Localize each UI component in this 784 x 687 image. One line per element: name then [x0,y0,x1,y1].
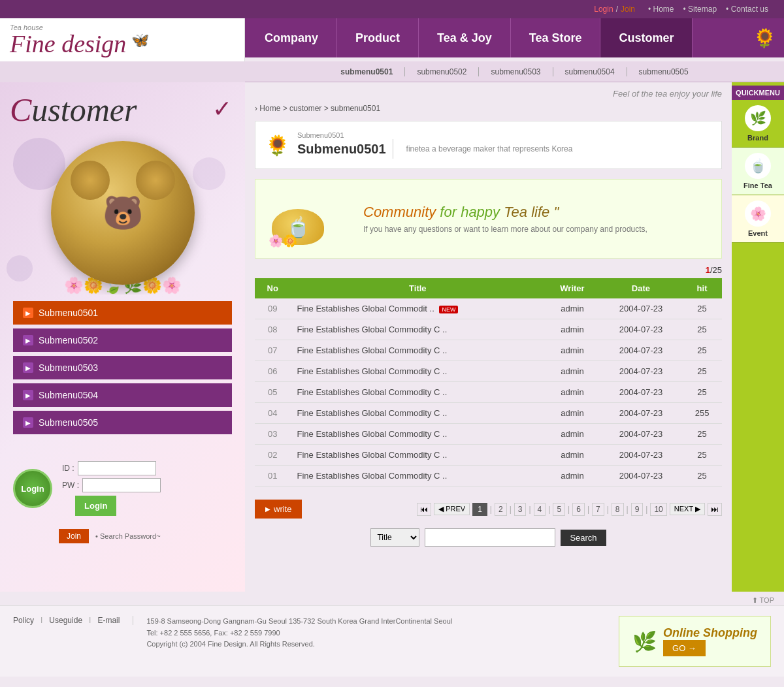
table-row[interactable]: 08 Fine Establishes Global Commodity C .… [255,319,722,340]
subnav-item-3[interactable]: submenu0503 [479,67,553,76]
page-1[interactable]: 1 [472,503,487,516]
page-10[interactable]: 10 [650,503,666,516]
join-button[interactable]: Join [59,529,89,543]
table-row[interactable]: 07 Fine Establishes Global Commodity C .… [255,340,722,361]
subnav-item-2[interactable]: submenu0502 [405,67,479,76]
search-input[interactable] [425,528,555,547]
cell-no: 01 [255,466,291,487]
quick-item-event[interactable]: 🌸 Event [732,195,784,243]
nav-teajoy[interactable]: Tea & Joy [419,18,511,57]
cell-hit: 25 [682,298,722,319]
write-button[interactable]: write [255,500,302,519]
sitemap-link[interactable]: • Sitemap [683,5,717,14]
table-row[interactable]: 06 Fine Establishes Global Commodity C .… [255,361,722,382]
cell-title: Fine Establishes Global Commodity C .. [291,424,546,445]
data-table: No Title Writer Date hit 09 Fine Establi… [255,278,722,487]
cell-hit: 25 [682,340,722,361]
breadcrumb: › Home > customer > submenu0501 [255,104,722,113]
page-8[interactable]: 8 [612,503,624,516]
footer-sep-1: I [41,616,42,625]
col-title: Title [291,278,546,298]
sidebar-menu-item-4[interactable]: ▶ Submenu0504 [13,383,232,407]
contact-link[interactable]: • Contact us [726,5,768,14]
footer-useguide-link[interactable]: Useguide [49,616,82,625]
quick-item-finetea[interactable]: 🍵 Fine Tea [732,148,784,195]
page-7[interactable]: 7 [592,503,604,516]
page-sep-9: | [645,505,647,514]
page-2[interactable]: 2 [495,503,507,516]
mortar-icon: 🌿 [632,630,657,653]
page-sep-4: | [548,505,550,514]
sidebar-menu-item-2[interactable]: ▶ Submenu0502 [13,328,232,352]
page-4[interactable]: 4 [534,503,546,516]
sidebar-menu-item-1[interactable]: ▶ Submenu0501 [13,301,232,325]
cell-writer: admin [545,424,600,445]
login-link[interactable]: Login [594,5,613,14]
footer-policy-link[interactable]: Policy [13,616,34,625]
home-link[interactable]: • Home [648,5,674,14]
cell-writer: admin [545,382,600,403]
page-5[interactable]: 5 [553,503,565,516]
cell-no: 08 [255,319,291,340]
customer-heading: Customer [10,92,235,128]
footer-tel: Tel: +82 2 555 5656, Fax: +82 2 559 7990 [146,628,606,639]
nav-product[interactable]: Product [337,18,419,57]
table-row[interactable]: 02 Fine Establishes Global Commodity C .… [255,445,722,466]
footer-sep-2: I [89,616,91,625]
tagline: Feel of the tea enjoy your life [255,89,722,99]
brand-icon: 🌿 [745,105,771,131]
nav-customer[interactable]: Customer [600,18,693,57]
sidebar-menu-item-3[interactable]: ▶ Submenu0503 [13,356,232,379]
page-9[interactable]: 9 [631,503,644,516]
cell-writer: admin [545,361,600,382]
logo-main: Fine design [10,31,126,56]
col-writer: Writer [545,278,600,298]
subnav-item-1[interactable]: submenu0501 [329,67,405,76]
table-row[interactable]: 05 Fine Establishes Global Commodity C .… [255,382,722,403]
cell-no: 02 [255,445,291,466]
cell-date: 2004-07-23 [600,403,682,424]
page-6[interactable]: 6 [572,503,585,516]
footer-copyright: Copyright (c) 2004 Fine Design. All Righ… [146,639,606,650]
page-prev[interactable]: ◀ PREV [434,503,470,515]
quick-menu: QUICKMENU 🌿 Brand 🍵 Fine Tea 🌸 Event [732,82,784,592]
subnav-item-4[interactable]: submenu0504 [553,67,627,76]
finetea-label: Fine Tea [743,182,772,189]
cell-date: 2004-07-23 [600,382,682,403]
footer-email-link[interactable]: E-mail [97,616,120,625]
search-password-link[interactable]: • Search Password~ [95,532,161,540]
quick-item-brand[interactable]: 🌿 Brand [732,100,784,148]
page-total: /25 [710,265,722,275]
nav-company[interactable]: Company [245,18,337,57]
cell-writer: admin [545,340,600,361]
cell-date: 2004-07-23 [600,298,682,319]
search-button[interactable]: Search [561,530,606,546]
pw-input[interactable] [82,478,161,492]
go-button[interactable]: GO → [663,640,706,656]
page-3[interactable]: 3 [514,503,527,516]
page-sep-5: | [568,505,570,514]
search-select[interactable]: Title Content Writer [370,528,419,547]
menu-bullet-5: ▶ [23,417,33,428]
page-first[interactable]: ⏮ [417,503,431,516]
page-last[interactable]: ⏭ [708,503,722,516]
event-icon: 🌸 [745,200,771,227]
page-next[interactable]: NEXT ▶ [670,503,705,515]
subnav-item-5[interactable]: submenu0505 [627,67,700,76]
table-row[interactable]: 09 Fine Establishes Global Commodit .. N… [255,298,722,319]
page-sep-2: | [510,505,512,514]
table-row[interactable]: 04 Fine Establishes Global Commodity C .… [255,403,722,424]
join-link[interactable]: Join [621,5,635,14]
checkmark-icon: ✓ [212,95,232,123]
sidebar-menu-item-5[interactable]: ▶ Submenu0505 [13,411,232,434]
menu-bullet-3: ▶ [23,362,33,373]
table-row[interactable]: 01 Fine Establishes Global Commodity C .… [255,466,722,487]
nav-teastore[interactable]: Tea Store [511,18,601,57]
top-button[interactable]: ⬆ TOP [752,596,774,604]
login-circle-button[interactable]: Login [13,469,52,508]
login-button[interactable]: Login [75,496,116,516]
table-row[interactable]: 03 Fine Establishes Global Commodity C .… [255,424,722,445]
pw-label: PW : [62,481,79,490]
id-input[interactable] [78,461,156,475]
cell-hit: 25 [682,424,722,445]
